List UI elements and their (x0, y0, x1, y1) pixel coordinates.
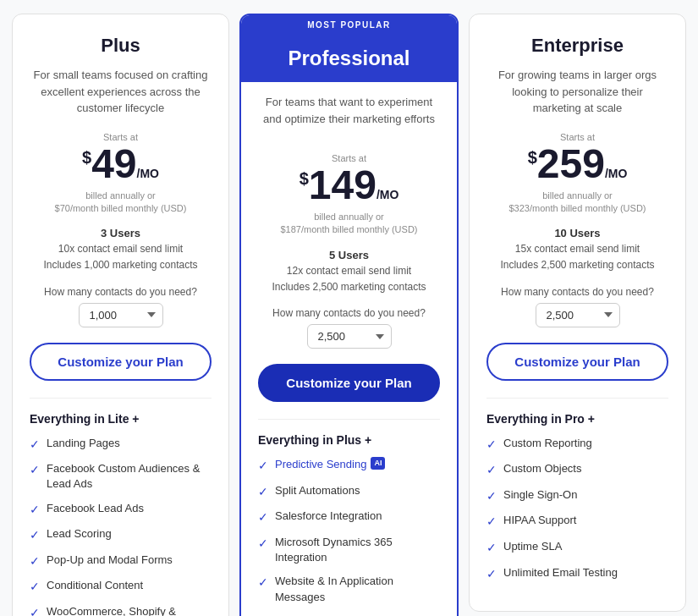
price-dollar-professional: $ (300, 170, 309, 187)
plan-title-plus: Plus (30, 35, 212, 57)
feature-item: ✓ Split Automations (258, 483, 440, 501)
cta-button-professional[interactable]: Customize your Plan (258, 364, 440, 402)
feature-text: Landing Pages (47, 436, 120, 451)
plan-limits-plus: 10x contact email send limitIncludes 1,0… (30, 241, 212, 273)
feature-text: Microsoft Dynamics 365 Integration (275, 535, 440, 565)
check-icon: ✓ (258, 509, 268, 526)
contacts-select-enterprise[interactable]: 2,5005,00010,00025,000 (536, 303, 620, 327)
ai-badge: AI (371, 457, 385, 470)
plan-card-plus: PlusFor small teams focused on crafting … (12, 14, 229, 616)
check-icon: ✓ (30, 579, 40, 596)
most-popular-banner: MOST POPULAR (241, 15, 457, 35)
plan-description-professional: For teams that want to experiment and op… (258, 94, 440, 138)
plan-users-enterprise: 10 Users (486, 227, 668, 239)
contacts-select-plus[interactable]: 1,0002,5005,00010,000 (79, 303, 163, 327)
feature-text: Single Sign-On (503, 487, 577, 503)
contacts-label-professional: How many contacts do you need? (258, 307, 440, 319)
plan-title-professional: Professional (241, 35, 457, 82)
price-section-enterprise: Starts at $ 259 /MO (486, 132, 668, 184)
feature-text: Custom Objects (503, 461, 581, 476)
feature-item: ✓ Custom Objects (486, 461, 668, 479)
contacts-label-plus: How many contacts do you need? (30, 286, 212, 298)
everything-in-professional: Everything in Plus + (258, 433, 440, 447)
plan-users-professional: 5 Users (258, 249, 440, 261)
plan-title-enterprise: Enterprise (486, 35, 668, 57)
feature-item: ✓ Website & In Application Messages (258, 574, 440, 604)
feature-text: Salesforce Integration (275, 509, 382, 524)
feature-text: Lead Scoring (47, 526, 112, 542)
check-icon: ✓ (30, 502, 40, 519)
check-icon: ✓ (486, 514, 497, 531)
check-icon: ✓ (486, 437, 497, 454)
feature-text: Facebook Custom Audiences & Lead Ads (47, 461, 212, 492)
plan-users-plus: 3 Users (30, 227, 212, 239)
feature-link-professional[interactable]: Predictive Sending (275, 457, 366, 472)
feature-text: HIPAA Support (503, 513, 576, 528)
check-icon: ✓ (258, 575, 268, 591)
check-icon: ✓ (30, 437, 40, 454)
plan-description-plus: For small teams focused on crafting exce… (30, 67, 212, 117)
feature-item: ✓ Unlimited Email Testing (486, 565, 668, 583)
feature-item: ✓ Microsoft Dynamics 365 Integration (258, 535, 440, 565)
feature-text: Split Automations (275, 483, 360, 498)
divider-professional (258, 419, 440, 420)
price-billed-plus: billed annually or$70/month billed month… (30, 190, 212, 216)
cta-button-enterprise[interactable]: Customize your Plan (486, 343, 668, 381)
price-amount-plus: 49 (91, 144, 136, 184)
contacts-select-wrapper-enterprise: 2,5005,00010,00025,000 (486, 303, 668, 327)
price-billed-professional: billed annually or$187/month billed mont… (258, 211, 440, 237)
price-amount-professional: 149 (309, 165, 376, 206)
everything-in-plus: Everything in Lite + (30, 412, 212, 426)
everything-in-enterprise: Everything in Pro + (486, 412, 668, 426)
price-row-professional: $ 149 /MO (258, 165, 440, 206)
contacts-select-wrapper-plus: 1,0002,5005,00010,000 (30, 303, 212, 327)
price-mo-professional: /MO (376, 189, 398, 201)
feature-item: ✓ Custom Reporting (486, 436, 668, 454)
check-icon: ✓ (486, 488, 497, 505)
feature-item: ✓ Lead Scoring (30, 526, 212, 544)
check-icon: ✓ (30, 462, 40, 479)
check-icon: ✓ (258, 458, 268, 475)
starts-at-enterprise: Starts at (486, 132, 668, 142)
check-icon: ✓ (486, 566, 497, 583)
feature-item: ✓ Conditional Content (30, 578, 212, 596)
feature-text: Custom Reporting (503, 436, 592, 451)
plans-container: PlusFor small teams focused on crafting … (7, 14, 691, 616)
feature-text: Conditional Content (47, 578, 143, 593)
contacts-select-wrapper-professional: 2,5005,00010,00025,000 (258, 324, 440, 349)
plan-description-enterprise: For growing teams in larger orgs looking… (486, 67, 668, 117)
feature-text: Facebook Lead Ads (47, 501, 144, 516)
feature-text: Website & In Application Messages (275, 574, 440, 604)
contacts-select-professional[interactable]: 2,5005,00010,00025,000 (307, 324, 392, 349)
price-dollar-enterprise: $ (528, 149, 537, 166)
feature-list-professional: ✓ Predictive SendingAI ✓ Split Automatio… (258, 457, 440, 616)
price-section-professional: Starts at $ 149 /MO (258, 153, 440, 206)
feature-list-enterprise: ✓ Custom Reporting ✓ Custom Objects ✓ Si… (486, 436, 668, 583)
feature-item: ✓ Predictive SendingAI (258, 457, 440, 475)
price-mo-enterprise: /MO (605, 168, 627, 179)
feature-text: Unlimited Email Testing (503, 565, 618, 580)
check-icon: ✓ (258, 536, 268, 553)
plan-limits-professional: 12x contact email send limitIncludes 2,5… (258, 263, 440, 295)
plan-limits-enterprise: 15x contact email send limitIncludes 2,5… (486, 241, 668, 273)
price-section-plus: Starts at $ 49 /MO (30, 132, 212, 184)
price-dollar-plus: $ (82, 149, 91, 166)
price-mo-plus: /MO (137, 168, 159, 179)
price-billed-enterprise: billed annually or$323/month billed mont… (486, 190, 668, 216)
cta-button-plus[interactable]: Customize your Plan (30, 343, 212, 381)
feature-text: WooCommerce, Shopify & BigCommerce Integ… (47, 604, 212, 616)
feature-item: ✓ Single Sign-On (486, 487, 668, 505)
starts-at-plus: Starts at (30, 132, 212, 142)
check-icon: ✓ (486, 462, 497, 479)
feature-item: ✓ WooCommerce, Shopify & BigCommerce Int… (30, 604, 212, 616)
feature-item: ✓ HIPAA Support (486, 513, 668, 531)
feature-item: ✓ Pop-Up and Modal Forms (30, 553, 212, 570)
check-icon: ✓ (30, 553, 40, 570)
divider-plus (30, 398, 212, 399)
check-icon: ✓ (258, 484, 268, 501)
divider-enterprise (486, 398, 668, 399)
price-row-plus: $ 49 /MO (30, 144, 212, 184)
plan-card-professional: MOST POPULARProfessionalFor teams that w… (239, 14, 459, 616)
price-row-enterprise: $ 259 /MO (486, 144, 668, 184)
contacts-label-enterprise: How many contacts do you need? (486, 286, 668, 298)
